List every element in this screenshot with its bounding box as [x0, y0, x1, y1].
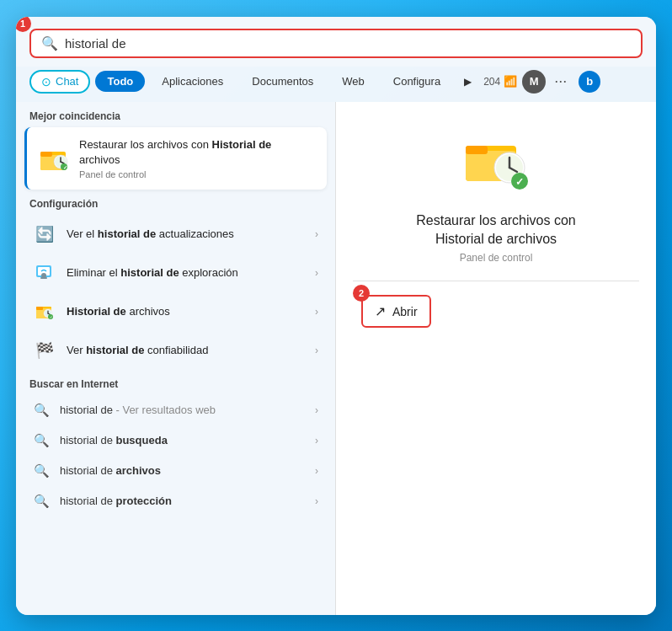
open-label: Abrir	[392, 305, 418, 318]
open-icon: ↗	[375, 303, 386, 319]
arrow-icon-1: ›	[315, 267, 318, 279]
best-match-text: Restaurar los archivos con Historial de …	[79, 137, 315, 179]
search-panel: 1 🔍 ⊙ Chat Todo Aplicaciones Documentos …	[16, 17, 656, 615]
tab-todo-label: Todo	[107, 75, 133, 88]
internet-item-3-text: historial de protección	[60, 495, 305, 507]
tab-aplicaciones-label: Aplicaciones	[162, 75, 223, 88]
internet-item-1-text: historial de busqueda	[60, 434, 305, 447]
svg-rect-15	[36, 307, 43, 310]
best-match-result-title: Restaurar los archivos con Historial de …	[79, 137, 315, 168]
main-content: Mejor coincidencia ✓	[16, 102, 656, 615]
internet-arrow-1: ›	[315, 435, 318, 447]
internet-item-1[interactable]: 🔍 historial de busqueda ›	[19, 425, 332, 456]
config-item-3[interactable]: 🏁 Ver historial de confiabilidad ›	[19, 331, 332, 370]
internet-search-icon-1: 🔍	[33, 432, 50, 449]
search-bar: 🔍	[16, 17, 656, 67]
config-item-2[interactable]: ✓ Historial de archivos ›	[19, 292, 332, 331]
tab-web-label: Web	[342, 75, 365, 88]
internet-search-icon-3: 🔍	[33, 493, 50, 510]
svg-text:✓: ✓	[63, 164, 67, 169]
right-result-title: Restaurar los archivos con Historial de …	[403, 211, 589, 249]
tab-todo[interactable]: Todo	[95, 71, 145, 92]
right-result-subtitle: Panel de control	[460, 252, 533, 264]
tab-chat[interactable]: ⊙ Chat	[29, 70, 90, 94]
reliability-history-icon: 🏁	[33, 339, 56, 362]
tab-web[interactable]: Web	[330, 71, 376, 92]
best-match-item[interactable]: ✓ Restaurar los archivos con Historial d…	[24, 127, 327, 190]
tab-configura-label: Configura	[393, 75, 440, 88]
left-panel: Mejor coincidencia ✓	[16, 102, 336, 615]
best-match-icon: ✓	[39, 143, 69, 174]
search-input[interactable]	[65, 36, 631, 51]
right-file-history-icon: ✓	[462, 127, 530, 195]
arrow-icon-3: ›	[315, 345, 318, 356]
internet-item-3[interactable]: 🔍 historial de protección ›	[19, 486, 332, 516]
tab-chat-label: Chat	[56, 75, 78, 88]
search-input-wrapper: 🔍	[29, 29, 643, 58]
update-history-icon: 🔄	[33, 222, 56, 246]
svg-text:✓: ✓	[515, 175, 524, 187]
internet-search-icon-2: 🔍	[33, 463, 50, 479]
filter-tabs: ⊙ Chat Todo Aplicaciones Documentos Web …	[16, 67, 656, 102]
internet-item-2-text: historial de archivos	[60, 464, 305, 477]
search-icon: 🔍	[41, 35, 58, 51]
svg-rect-24	[466, 146, 488, 154]
tab-play[interactable]: ▶	[457, 72, 478, 91]
svg-rect-2	[40, 152, 52, 157]
best-match-result-subtitle: Panel de control	[79, 169, 315, 179]
best-match-title: Mejor coincidencia	[16, 102, 335, 127]
tab-count: 204 📶	[483, 75, 517, 88]
play-icon: ▶	[464, 76, 472, 88]
browser-history-icon	[33, 261, 56, 285]
action-area: 2 ↗ Abrir	[353, 295, 639, 328]
internet-section-title: Buscar en Internet	[16, 370, 335, 395]
arrow-icon-0: ›	[315, 228, 318, 240]
config-item-3-text: Ver historial de confiabilidad	[67, 344, 305, 356]
arrow-icon-2: ›	[315, 306, 318, 318]
internet-item-0-text: historial de - Ver resultados web	[60, 404, 305, 416]
bing-icon[interactable]: b	[579, 71, 600, 93]
svg-rect-12	[40, 277, 47, 279]
internet-arrow-2: ›	[315, 465, 318, 477]
config-item-1-text: Eliminar el historial de exploración	[67, 266, 305, 279]
tab-m[interactable]: M	[522, 70, 546, 94]
file-history-small-icon: ✓	[33, 300, 56, 324]
config-item-2-text: Historial de archivos	[67, 305, 305, 318]
internet-arrow-0: ›	[315, 404, 318, 416]
svg-text:✓: ✓	[50, 315, 52, 319]
config-item-0[interactable]: 🔄 Ver el historial de actualizaciones ›	[19, 215, 332, 254]
internet-arrow-3: ›	[315, 495, 318, 507]
right-panel: ✓ Restaurar los archivos con Historial d…	[336, 102, 656, 615]
tab-more[interactable]: ···	[551, 72, 570, 90]
right-divider	[353, 281, 639, 281]
tab-aplicaciones[interactable]: Aplicaciones	[150, 71, 235, 92]
config-section-title: Configuración	[16, 190, 335, 215]
internet-item-2[interactable]: 🔍 historial de archivos ›	[19, 456, 332, 486]
wifi-icon: 📶	[504, 75, 517, 88]
chat-icon: ⊙	[41, 75, 51, 88]
config-item-1[interactable]: Eliminar el historial de exploración ›	[19, 254, 332, 292]
tab-documentos-label: Documentos	[252, 75, 313, 88]
tab-configura[interactable]: Configura	[381, 71, 452, 92]
right-icon-area: ✓	[462, 127, 530, 198]
tab-m-label: M	[530, 75, 539, 88]
badge-1: 1	[16, 17, 31, 32]
internet-search-icon-0: 🔍	[33, 402, 50, 419]
internet-item-0[interactable]: 🔍 historial de - Ver resultados web ›	[19, 395, 332, 425]
open-button[interactable]: ↗ Abrir	[361, 295, 431, 328]
tab-documentos[interactable]: Documentos	[240, 71, 325, 92]
config-item-0-text: Ver el historial de actualizaciones	[67, 227, 305, 240]
file-history-icon: ✓	[39, 143, 69, 174]
